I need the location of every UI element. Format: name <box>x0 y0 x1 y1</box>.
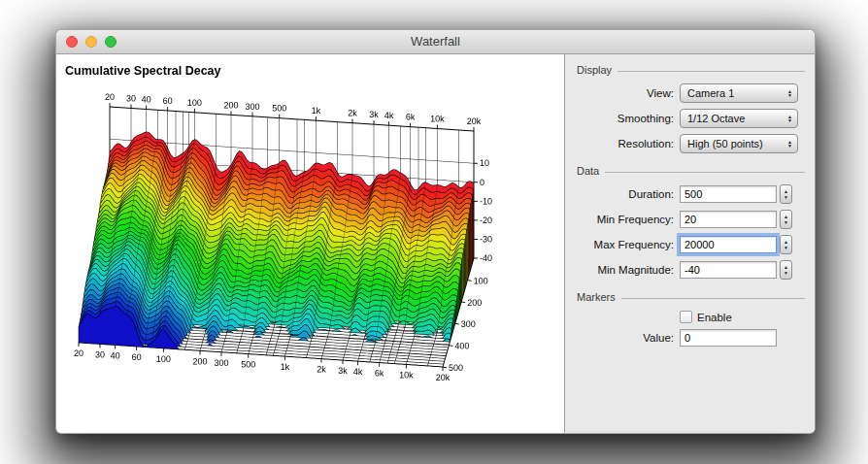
data-group: Data Duration: ▲▼ Min Frequency: ▲▼ Max … <box>577 165 805 280</box>
waterfall-window: Waterfall Cumulative Spectral Decay Disp… <box>55 29 816 434</box>
traffic-lights <box>66 36 117 48</box>
view-label: View: <box>577 87 674 99</box>
marker-value-label: Value: <box>577 332 674 344</box>
divider <box>605 172 805 173</box>
view-popup[interactable]: Camera 1 ▲▼ <box>680 83 798 103</box>
max-frequency-input[interactable] <box>680 236 777 253</box>
duration-input[interactable] <box>680 185 777 203</box>
smoothing-popup[interactable]: 1/12 Octave ▲▼ <box>680 109 798 128</box>
resolution-popup[interactable]: High (50 points) ▲▼ <box>680 134 798 153</box>
display-group: Display View: Camera 1 ▲▼ Smoothing: 1/1… <box>577 64 805 153</box>
max-frequency-label: Max Frequency: <box>577 239 674 250</box>
divider <box>621 298 805 299</box>
min-magnitude-stepper[interactable]: ▲▼ <box>780 260 792 280</box>
title-bar[interactable]: Waterfall <box>56 30 815 54</box>
max-frequency-stepper[interactable]: ▲▼ <box>780 235 792 254</box>
marker-value-input[interactable] <box>680 329 777 347</box>
plot-panel: Cumulative Spectral Decay <box>56 54 564 433</box>
window-content: Cumulative Spectral Decay Display View: … <box>56 54 815 433</box>
zoom-button[interactable] <box>105 36 117 48</box>
min-frequency-stepper[interactable]: ▲▼ <box>780 210 792 229</box>
min-magnitude-input[interactable] <box>680 261 777 279</box>
divider <box>618 71 805 72</box>
smoothing-label: Smoothing: <box>577 113 674 124</box>
smoothing-popup-value: 1/12 Octave <box>687 113 745 124</box>
enable-label: Enable <box>697 312 732 323</box>
display-section-title: Display <box>577 64 612 76</box>
window-title: Waterfall <box>56 30 815 53</box>
markers-section-title: Markers <box>577 291 616 303</box>
minimize-button[interactable] <box>85 36 97 48</box>
enable-checkbox[interactable] <box>680 311 692 323</box>
resolution-popup-value: High (50 points) <box>687 138 763 149</box>
duration-label: Duration: <box>577 188 674 200</box>
plot-title: Cumulative Spectral Decay <box>65 64 221 78</box>
popup-arrows-icon: ▲▼ <box>787 115 797 122</box>
min-magnitude-label: Min Magnitude: <box>577 264 674 276</box>
min-frequency-label: Min Frequency: <box>577 214 674 225</box>
resolution-label: Resolution: <box>577 138 674 149</box>
close-button[interactable] <box>66 36 78 48</box>
view-popup-value: Camera 1 <box>687 87 734 99</box>
popup-arrows-icon: ▲▼ <box>787 89 797 97</box>
data-section-title: Data <box>577 165 599 177</box>
min-frequency-input[interactable] <box>680 211 777 228</box>
control-panel: Display View: Camera 1 ▲▼ Smoothing: 1/1… <box>564 54 815 433</box>
markers-group: Markers Enable Value: <box>577 291 805 347</box>
popup-arrows-icon: ▲▼ <box>787 140 797 148</box>
duration-stepper[interactable]: ▲▼ <box>780 184 792 204</box>
waterfall-canvas[interactable] <box>56 54 564 433</box>
